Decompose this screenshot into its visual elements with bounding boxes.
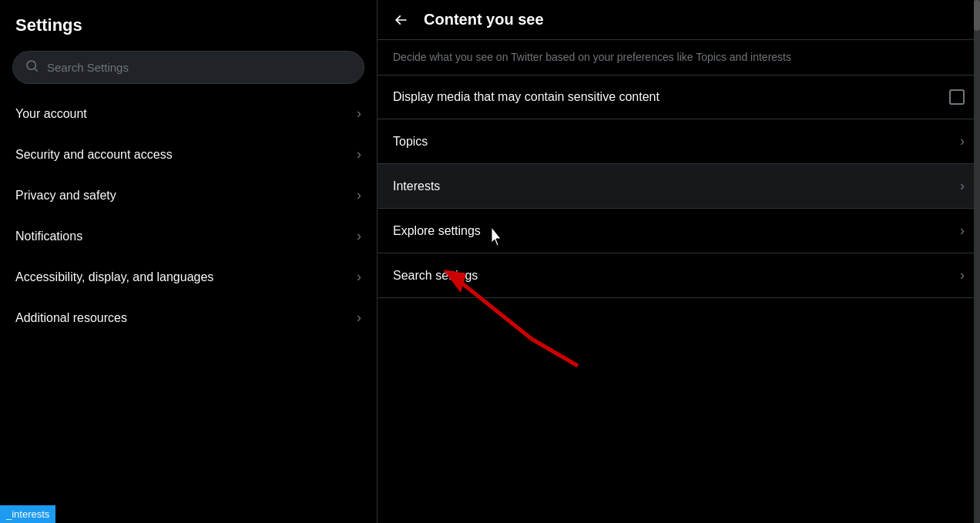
sidebar-item-privacy-safety[interactable]: Privacy and safety › (0, 175, 377, 216)
content-body: Decide what you see on Twitter based on … (378, 40, 980, 523)
explore-chevron-container: › (960, 223, 965, 239)
scrollbar[interactable] (974, 0, 980, 523)
scrollbar-thumb[interactable] (974, 0, 980, 31)
sidebar-item-your-account[interactable]: Your account › (0, 93, 377, 134)
sensitive-content-checkbox[interactable] (949, 89, 965, 105)
sidebar-title: Settings (0, 8, 377, 48)
chevron-right-icon: › (357, 146, 361, 163)
chevron-right-icon: › (357, 187, 361, 203)
chevron-right-icon: › (357, 310, 361, 326)
chevron-right-icon: › (357, 228, 361, 244)
checkbox-container (949, 89, 965, 105)
bottom-tooltip: _interests (0, 505, 55, 523)
chevron-right-icon: › (357, 269, 361, 285)
content-description: Decide what you see on Twitter based on … (378, 40, 980, 75)
sidebar: Settings Search Settings Your account › … (0, 0, 378, 523)
settings-row-interests[interactable]: Interests › (378, 164, 980, 209)
sidebar-item-additional-resources[interactable]: Additional resources › (0, 297, 377, 338)
chevron-right-icon: › (960, 178, 965, 194)
settings-row-display-sensitive[interactable]: Display media that may contain sensitive… (378, 75, 980, 119)
chevron-right-icon: › (357, 106, 361, 122)
topics-chevron-container: › (960, 133, 965, 149)
chevron-right-icon: › (960, 133, 965, 149)
content-panel: Content you see Decide what you see on T… (378, 0, 980, 523)
search-icon (25, 59, 39, 75)
interests-chevron-container: › (960, 178, 965, 194)
content-title: Content you see (424, 11, 544, 28)
chevron-right-icon: › (960, 267, 965, 283)
sidebar-item-security-access[interactable]: Security and account access › (0, 134, 377, 175)
back-button[interactable] (393, 12, 408, 28)
settings-row-explore[interactable]: Explore settings › (378, 209, 980, 253)
search-settings-input[interactable]: Search Settings (12, 51, 364, 84)
search-settings-container[interactable]: Search Settings (0, 48, 377, 93)
sidebar-item-notifications[interactable]: Notifications › (0, 216, 377, 256)
sidebar-item-accessibility[interactable]: Accessibility, display, and languages › (0, 256, 377, 297)
search-chevron-container: › (960, 267, 965, 283)
settings-row-search[interactable]: Search settings › (378, 253, 980, 298)
chevron-right-icon: › (960, 223, 965, 239)
content-header: Content you see (378, 0, 980, 40)
search-placeholder: Search Settings (47, 61, 129, 74)
settings-row-topics[interactable]: Topics › (378, 119, 980, 164)
